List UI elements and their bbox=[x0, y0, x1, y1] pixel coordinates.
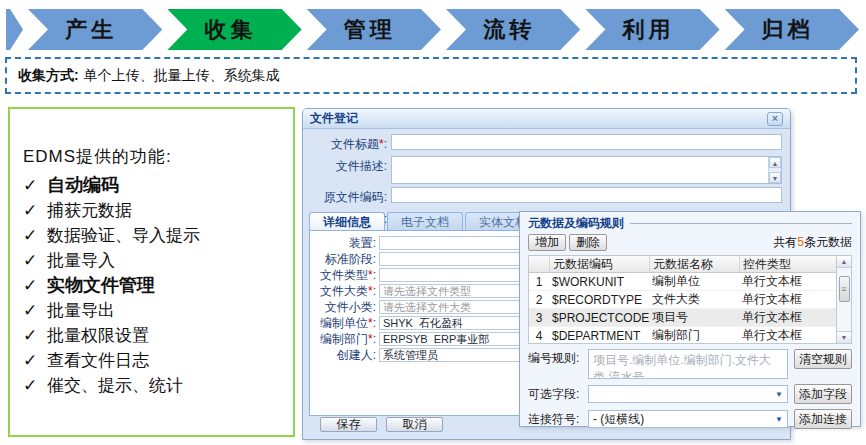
dialog-tabs: 详细信息 电子文档 实体文档 bbox=[309, 212, 541, 231]
check-icon: ✓ bbox=[23, 223, 47, 248]
flow-lead-arrow-icon bbox=[6, 9, 23, 50]
add-field-button[interactable]: 添加字段 bbox=[794, 384, 852, 404]
optional-field-dropdown[interactable]: ▼ bbox=[588, 385, 788, 403]
check-icon: ✓ bbox=[23, 173, 47, 198]
scroll-down-icon[interactable]: ▼ bbox=[837, 331, 851, 343]
check-icon: ✓ bbox=[23, 348, 47, 373]
title-divider bbox=[630, 223, 852, 224]
flow-step-use[interactable]: 利用 bbox=[585, 9, 719, 50]
delete-metadata-button[interactable]: 删除 bbox=[569, 234, 607, 251]
feature-item: ✓批量导入 bbox=[23, 248, 280, 273]
header-code[interactable]: 元数据编码 bbox=[549, 256, 649, 272]
file-description-field: ▲ ▼ bbox=[391, 156, 782, 184]
optional-field-label: 可选字段: bbox=[528, 385, 588, 403]
textarea-scrollbar: ▲ ▼ bbox=[768, 157, 781, 183]
file-title-input[interactable] bbox=[391, 134, 782, 150]
collection-method-banner: 收集方式: 单个上传、批量上传、系统集成 bbox=[5, 57, 857, 94]
feature-item: ✓实物文件管理 bbox=[23, 273, 280, 298]
numbering-rule-box[interactable]: 项目号.编制单位.编制部门.文件大类.流水号 bbox=[588, 349, 788, 379]
standard-phase-label: 标准阶段: bbox=[310, 251, 376, 268]
tab-detail-info[interactable]: 详细信息 bbox=[309, 212, 385, 231]
check-icon: ✓ bbox=[23, 298, 47, 323]
flow-step-produce[interactable]: 产生 bbox=[28, 9, 162, 50]
file-major-class-label: 文件大类*: bbox=[310, 283, 376, 300]
cancel-button[interactable]: 取消 bbox=[386, 417, 443, 432]
check-icon: ✓ bbox=[23, 273, 47, 298]
feature-item: ✓催交、提示、统计 bbox=[23, 373, 280, 398]
add-connector-button[interactable]: 添加连接 bbox=[794, 409, 852, 429]
panel-toolbar: 增加 删除 共有5条元数据 bbox=[528, 233, 852, 251]
close-icon[interactable]: × bbox=[767, 112, 783, 126]
flow-step-collect[interactable]: 收集 bbox=[167, 9, 301, 50]
numbering-rule-label: 编号规则: bbox=[528, 349, 588, 367]
feature-item: ✓自动编码 bbox=[23, 173, 280, 198]
scroll-down-icon[interactable]: ▼ bbox=[769, 172, 781, 183]
file-description-label: 文件描述: bbox=[307, 156, 387, 175]
flow-step-transfer[interactable]: 流转 bbox=[446, 9, 580, 50]
chevron-down-icon: ▼ bbox=[775, 390, 783, 399]
file-type-label: 文件类型*: bbox=[310, 267, 376, 284]
table-scrollbar[interactable]: ▲ ≡ ▼ bbox=[836, 256, 851, 343]
clear-rule-button[interactable]: 清空规则 bbox=[794, 349, 852, 369]
banner-text: 单个上传、批量上传、系统集成 bbox=[84, 67, 280, 85]
feature-item: ✓捕获元数据 bbox=[23, 198, 280, 223]
chevron-down-icon: ▼ bbox=[775, 415, 783, 424]
table-row[interactable]: 3 $PROJECTCODE 项目号 单行文本框 bbox=[529, 309, 836, 327]
dialog-title: 文件登记 bbox=[310, 110, 358, 127]
check-icon: ✓ bbox=[23, 373, 47, 398]
process-flow: 产生 收集 管理 流转 利用 归档 bbox=[6, 9, 859, 50]
flow-step-manage[interactable]: 管理 bbox=[307, 9, 441, 50]
panel-title: 元数据及编码规则 bbox=[528, 215, 624, 232]
edms-features-box: EDMS提供的功能: ✓自动编码 ✓捕获元数据 ✓数据验证、导入提示 ✓批量导入… bbox=[8, 107, 295, 437]
device-label: 装置: bbox=[310, 235, 376, 252]
table-row[interactable]: 1 $WORKUNIT 编制单位 单行文本框 bbox=[529, 273, 836, 291]
compile-department-label: 编制部门*: bbox=[310, 331, 376, 348]
dialog-buttons: 保存 取消 bbox=[320, 417, 443, 432]
feature-item: ✓数据验证、导入提示 bbox=[23, 223, 280, 248]
table-body: 1 $WORKUNIT 编制单位 单行文本框 2 $RECORDTYPE 文件大… bbox=[529, 273, 836, 343]
creator-label: 创建人: bbox=[310, 347, 376, 364]
tab-electronic-doc[interactable]: 电子文档 bbox=[387, 212, 463, 231]
scroll-up-icon[interactable]: ▲ bbox=[837, 256, 851, 268]
add-metadata-button[interactable]: 增加 bbox=[528, 234, 566, 251]
metadata-rules-panel: 元数据及编码规则 增加 删除 共有5条元数据 元数据编码 元数据名称 控件类型 … bbox=[519, 211, 861, 427]
feature-item: ✓查看文件日志 bbox=[23, 348, 280, 373]
file-title-label: 文件标题*: bbox=[307, 134, 387, 153]
compile-unit-label: 编制单位*: bbox=[310, 315, 376, 332]
original-code-input[interactable] bbox=[391, 187, 782, 203]
check-icon: ✓ bbox=[23, 323, 47, 348]
scrollbar-thumb[interactable]: ≡ bbox=[839, 276, 850, 302]
feature-item: ✓批量权限设置 bbox=[23, 323, 280, 348]
features-title: EDMS提供的功能: bbox=[23, 145, 280, 168]
connector-dropdown[interactable]: - (短横线) ▼ bbox=[588, 410, 788, 428]
flow-step-archive[interactable]: 归档 bbox=[725, 9, 859, 50]
feature-item: ✓批量导出 bbox=[23, 298, 280, 323]
metadata-table: 元数据编码 元数据名称 控件类型 1 $WORKUNIT 编制单位 单行文本框 … bbox=[528, 255, 852, 344]
scroll-up-icon[interactable]: ▲ bbox=[769, 157, 781, 168]
check-icon: ✓ bbox=[23, 248, 47, 273]
dialog-titlebar[interactable]: 文件登记 × bbox=[303, 109, 790, 129]
save-button[interactable]: 保存 bbox=[320, 417, 377, 432]
header-name[interactable]: 元数据名称 bbox=[649, 256, 739, 272]
banner-label: 收集方式: bbox=[18, 67, 79, 85]
check-icon: ✓ bbox=[23, 198, 47, 223]
metadata-count: 共有5条元数据 bbox=[773, 234, 852, 251]
table-row[interactable]: 2 $RECORDTYPE 文件大类 单行文本框 bbox=[529, 291, 836, 309]
original-code-label: 原文件编码: bbox=[307, 187, 387, 206]
table-row[interactable]: 4 $DEPARTMENT 编制部门 单行文本框 bbox=[529, 327, 836, 343]
header-type[interactable]: 控件类型 bbox=[739, 256, 823, 272]
file-description-input[interactable] bbox=[392, 157, 768, 183]
table-header-row: 元数据编码 元数据名称 控件类型 bbox=[529, 256, 836, 273]
connector-label: 连接符号: bbox=[528, 410, 588, 428]
file-minor-class-label: 文件小类: bbox=[310, 299, 376, 316]
